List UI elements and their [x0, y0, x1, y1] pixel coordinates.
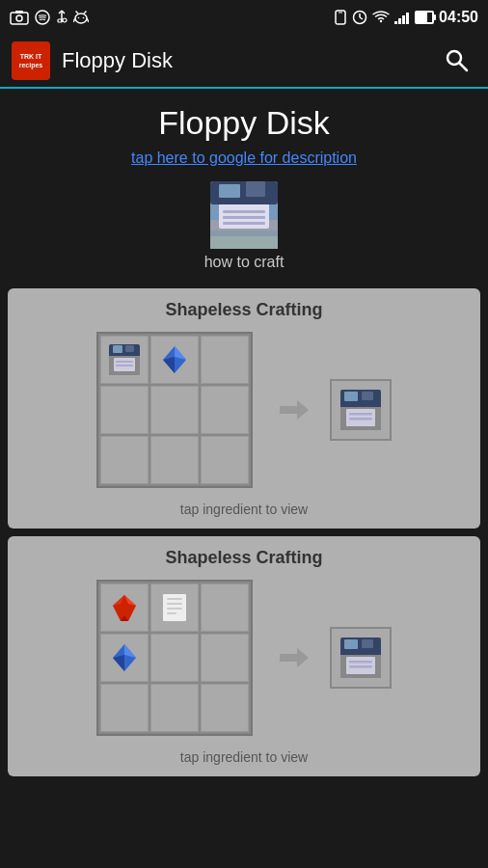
- grid-cell-1-1[interactable]: [100, 336, 149, 384]
- svg-rect-34: [223, 222, 265, 225]
- phone-icon: [334, 10, 347, 25]
- app-bar: TRK ITrecipes Floppy Disk: [0, 35, 488, 89]
- status-icons-right: 04:50: [334, 9, 478, 26]
- svg-rect-37: [219, 184, 240, 198]
- svg-line-10: [73, 18, 75, 22]
- floppy-disk-image: [205, 176, 283, 254]
- grid-cell-2-1[interactable]: [100, 583, 149, 632]
- svg-rect-77: [344, 639, 358, 649]
- page-title: Floppy Disk: [0, 104, 488, 142]
- grid-cell-2-8[interactable]: [150, 684, 199, 732]
- grid-cell-2-5[interactable]: [150, 634, 199, 682]
- svg-rect-7: [58, 19, 62, 22]
- wifi-icon: [372, 10, 390, 25]
- grid-cell-2-9[interactable]: [201, 684, 249, 732]
- svg-rect-66: [167, 608, 182, 610]
- status-icons-left: [10, 10, 89, 25]
- battery-fill: [417, 13, 427, 22]
- google-link[interactable]: tap here to google for description: [0, 149, 488, 167]
- music-icon: [35, 10, 50, 25]
- result-cell-2[interactable]: [330, 627, 392, 689]
- grid-cell-2-3[interactable]: [201, 583, 249, 632]
- clock-icon: [352, 10, 367, 25]
- tap-info-2: tap ingredient to view: [23, 746, 465, 769]
- crafting-grid-1: [96, 332, 253, 488]
- android-icon: [73, 10, 89, 25]
- ingredient-floppy-disk: [107, 342, 142, 377]
- svg-rect-44: [116, 361, 133, 363]
- battery-icon: [415, 11, 434, 24]
- grid-cell-2-7[interactable]: [100, 684, 149, 732]
- tap-info-1: tap ingredient to view: [23, 498, 465, 521]
- svg-rect-23: [394, 21, 397, 24]
- svg-rect-55: [349, 413, 372, 416]
- svg-rect-78: [362, 639, 373, 648]
- grid-cell-1-5[interactable]: [150, 386, 199, 434]
- ingredient-lapis: [157, 342, 192, 377]
- svg-rect-25: [402, 15, 405, 24]
- crafting-grid-2: [96, 580, 253, 736]
- arrow-2: [272, 638, 311, 677]
- svg-point-8: [63, 18, 67, 22]
- grid-cell-1-7[interactable]: [100, 436, 149, 484]
- svg-point-13: [83, 17, 85, 19]
- svg-rect-57: [344, 392, 358, 401]
- arrow-icon-1: [272, 391, 311, 429]
- arrow-1: [272, 391, 311, 429]
- svg-rect-32: [223, 210, 265, 213]
- svg-point-9: [75, 14, 87, 23]
- crafting-area-2: [23, 580, 465, 736]
- svg-point-1: [16, 15, 22, 21]
- ingredient-lapis-2: [107, 640, 142, 675]
- screenshot-icon: [10, 10, 29, 25]
- status-time: 04:50: [439, 9, 478, 26]
- svg-rect-58: [362, 392, 373, 400]
- svg-point-16: [75, 11, 77, 13]
- svg-rect-33: [223, 216, 265, 219]
- crafting-area-1: [23, 332, 465, 488]
- usb-icon: [56, 10, 68, 25]
- svg-rect-24: [398, 18, 401, 24]
- svg-line-11: [87, 18, 89, 22]
- svg-line-22: [360, 17, 363, 19]
- crafting-card-2: Shapeless Crafting: [8, 536, 480, 776]
- status-bar: 04:50: [0, 0, 488, 35]
- how-to-craft-label: how to craft: [204, 254, 285, 271]
- ingredient-paper: [157, 590, 192, 625]
- grid-cell-1-4[interactable]: [100, 386, 149, 434]
- signal-icon: [394, 10, 410, 25]
- svg-point-17: [85, 11, 87, 13]
- item-image-container: how to craft: [0, 176, 488, 281]
- main-content: Floppy Disk tap here to google for descr…: [0, 89, 488, 776]
- grid-cell-2-2[interactable]: [150, 583, 199, 632]
- search-button[interactable]: [438, 41, 476, 80]
- svg-rect-67: [167, 612, 176, 614]
- svg-rect-40: [210, 236, 278, 249]
- app-bar-title: Floppy Disk: [62, 48, 438, 73]
- grid-cell-1-9[interactable]: [201, 436, 249, 484]
- crafting-card-1: Shapeless Crafting: [8, 288, 480, 529]
- grid-cell-1-2[interactable]: [150, 336, 199, 384]
- ingredient-redstone: [107, 590, 142, 625]
- svg-rect-2: [15, 11, 23, 14]
- result-cell-1[interactable]: [330, 379, 392, 441]
- arrow-icon-2: [272, 638, 311, 677]
- svg-marker-51: [280, 400, 309, 420]
- svg-rect-76: [349, 665, 372, 668]
- svg-rect-36: [246, 181, 265, 197]
- grid-cell-1-8[interactable]: [150, 436, 199, 484]
- svg-rect-0: [11, 13, 28, 24]
- svg-line-28: [460, 64, 468, 71]
- svg-rect-47: [125, 345, 134, 352]
- crafting-title-1: Shapeless Crafting: [23, 300, 465, 320]
- grid-cell-2-6[interactable]: [201, 634, 249, 682]
- grid-cell-1-6[interactable]: [201, 386, 249, 434]
- grid-cell-1-3[interactable]: [201, 336, 249, 384]
- app-logo: TRK ITrecipes: [12, 41, 50, 80]
- svg-rect-75: [349, 661, 372, 664]
- svg-rect-65: [167, 603, 182, 605]
- result-floppy-disk-2: [339, 636, 383, 680]
- svg-rect-64: [167, 598, 182, 600]
- svg-point-12: [78, 17, 80, 19]
- grid-cell-2-4[interactable]: [100, 634, 149, 682]
